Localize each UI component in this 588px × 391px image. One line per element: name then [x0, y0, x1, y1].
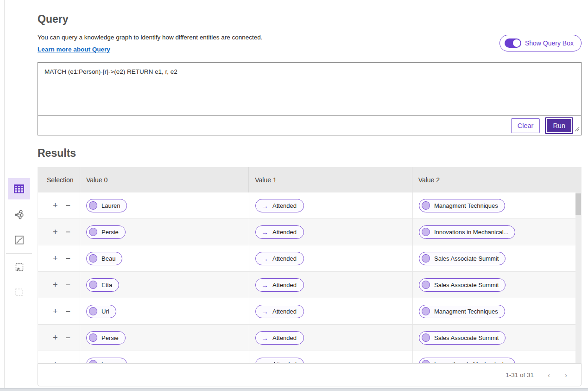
entity-chip-value2[interactable]: Innovations in Mechanical... — [419, 225, 515, 239]
expand-selection-button[interactable]: + — [52, 280, 59, 290]
relation-arrow-icon: → — [261, 282, 268, 288]
entity-chip-value2[interactable]: Sales Associate Summit — [419, 252, 506, 265]
view-switcher-rail — [6, 178, 32, 303]
clear-button[interactable]: Clear — [511, 118, 540, 133]
value2-cell: Sales Associate Summit — [413, 325, 576, 351]
entity-chip-value0[interactable]: Persie — [86, 225, 126, 239]
run-button[interactable]: Run — [545, 117, 573, 134]
entity-node-icon — [422, 254, 430, 263]
entity-chip-value2[interactable]: Sales Associate Summit — [419, 278, 506, 292]
collapse-selection-button[interactable]: − — [65, 333, 72, 343]
entity-chip-value2[interactable]: Sales Associate Summit — [419, 331, 506, 345]
resize-grip-icon[interactable] — [574, 125, 580, 134]
collapse-selection-button[interactable]: − — [65, 227, 72, 237]
entity-label: Managment Techniques — [434, 202, 498, 209]
value0-cell: Beau — [80, 245, 249, 271]
relation-label: Attended — [272, 229, 297, 236]
value1-cell: →Attended — [249, 192, 413, 218]
entity-node-icon — [422, 201, 430, 210]
entity-label: Sales Associate Summit — [434, 282, 499, 288]
expand-selection-button[interactable]: + — [52, 227, 59, 237]
entity-node-icon — [89, 254, 97, 263]
expand-selection-button[interactable]: + — [52, 359, 59, 363]
main-content: Query You can query a knowledge graph to… — [38, 0, 582, 391]
entity-chip-value2[interactable]: Managment Techniques — [419, 199, 505, 212]
zoom-selection-button[interactable] — [8, 256, 30, 278]
table-row: +−Beau→AttendedSales Associate Summit — [38, 245, 582, 272]
selection-cell: +− — [38, 245, 80, 271]
relation-arrow-icon: → — [261, 229, 268, 236]
entity-node-icon — [89, 333, 97, 342]
query-page: Query You can query a knowledge graph to… — [0, 0, 588, 391]
entity-label: Managment Techniques — [434, 308, 498, 315]
relation-arrow-icon: → — [261, 255, 268, 262]
relation-chip[interactable]: →Attended — [255, 252, 304, 265]
table-icon — [13, 183, 25, 195]
table-scrollbar[interactable] — [575, 192, 581, 363]
chevron-right-icon: › — [565, 371, 567, 379]
previous-page-button[interactable]: ‹ — [544, 369, 554, 381]
entity-label: Innovations in Mechanical... — [434, 229, 508, 236]
next-page-button[interactable]: › — [561, 369, 571, 381]
rail-divider — [6, 253, 32, 254]
relation-label: Attended — [272, 282, 297, 288]
relation-arrow-icon: → — [261, 308, 268, 315]
relation-chip[interactable]: →Attended — [255, 199, 304, 212]
value0-cell: Lauren — [80, 192, 249, 218]
entity-label: Sales Associate Summit — [434, 334, 499, 341]
map-view-button[interactable] — [8, 229, 30, 250]
relation-label: Attended — [272, 202, 297, 209]
entity-node-icon — [89, 360, 97, 363]
collapse-selection-button[interactable]: − — [65, 200, 72, 211]
entity-label: Uri — [101, 308, 109, 315]
learn-more-link[interactable]: Learn more about Query — [38, 46, 110, 53]
entity-chip-value0[interactable]: Persie — [86, 331, 126, 345]
entity-node-icon — [422, 228, 430, 236]
table-row: +−Persie→AttendedSales Associate Summit — [38, 325, 582, 351]
toggle-label: Show Query Box — [525, 39, 574, 47]
show-query-box-toggle[interactable]: Show Query Box — [499, 35, 582, 51]
entity-label: Persie — [101, 334, 119, 341]
selection-box-icon — [14, 287, 24, 297]
selection-cell: +− — [38, 272, 80, 298]
relation-chip[interactable]: →Attended — [255, 225, 304, 239]
selection-box-button[interactable] — [8, 282, 30, 303]
results-table: Selection Value 0 Value 1 Value 2 +−Laur… — [38, 167, 582, 363]
expand-selection-button[interactable]: + — [52, 200, 59, 211]
entity-chip-value0[interactable]: Lauren — [86, 199, 127, 212]
entity-node-icon — [89, 281, 97, 289]
relation-chip[interactable]: →Attended — [255, 358, 304, 364]
entity-chip-value2[interactable]: Innovations in Mechanical... — [419, 358, 515, 364]
query-input[interactable]: MATCH (e1:Person)-[r]->(e2) RETURN e1, r… — [38, 63, 581, 116]
relation-chip[interactable]: →Attended — [255, 305, 304, 318]
relation-chip[interactable]: →Attended — [255, 331, 304, 345]
table-view-button[interactable] — [8, 178, 30, 199]
query-actions-bar: Clear Run — [38, 116, 581, 135]
collapse-selection-button[interactable]: − — [65, 359, 72, 363]
relation-label: Attended — [272, 255, 297, 262]
collapse-selection-button[interactable]: − — [65, 306, 72, 316]
expand-selection-button[interactable]: + — [52, 333, 59, 343]
entity-chip-value2[interactable]: Managment Techniques — [419, 305, 505, 318]
entity-node-icon — [422, 333, 430, 342]
column-header-value2: Value 2 — [412, 167, 581, 192]
expand-selection-button[interactable]: + — [52, 306, 59, 316]
value1-cell: →Attended — [249, 272, 413, 298]
entity-label: Lauren — [101, 202, 120, 209]
collapse-selection-button[interactable]: − — [65, 280, 72, 290]
toggle-switch-icon[interactable] — [505, 38, 521, 48]
relation-label: Attended — [272, 308, 297, 315]
value2-cell: Managment Techniques — [413, 298, 576, 324]
selection-cell: +− — [38, 219, 80, 245]
entity-chip-value0[interactable]: Uri — [86, 305, 116, 318]
chevron-left-icon: ‹ — [548, 371, 550, 379]
network-view-button[interactable] — [8, 204, 30, 225]
collapse-selection-button[interactable]: − — [65, 253, 72, 263]
scrollbar-thumb[interactable] — [575, 193, 581, 215]
value0-cell: Etta — [80, 272, 249, 298]
entity-chip-value0[interactable]: Lauren — [86, 358, 127, 364]
relation-chip[interactable]: →Attended — [255, 278, 304, 292]
entity-chip-value0[interactable]: Beau — [86, 252, 122, 265]
entity-chip-value0[interactable]: Etta — [86, 278, 119, 292]
expand-selection-button[interactable]: + — [52, 253, 59, 263]
